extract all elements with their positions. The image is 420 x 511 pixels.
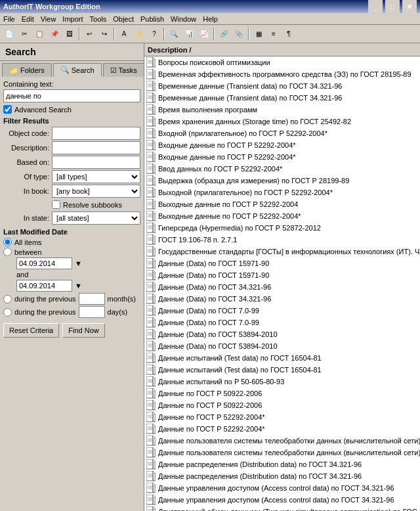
- result-row[interactable]: ГОСТ 19.106-78 п. 2.7.1: [144, 234, 420, 246]
- toolbar-btn17[interactable]: ≡: [266, 27, 281, 41]
- toolbar-btn9[interactable]: ⚡: [132, 27, 146, 41]
- copy-button[interactable]: 📋: [32, 27, 47, 41]
- result-row[interactable]: Выходной (прилагательное) по ГОСТ Р 5229…: [144, 187, 420, 198]
- between-date1-input[interactable]: [16, 257, 72, 269]
- result-row[interactable]: Выходные данные по ГОСТ Р 52292-2004*: [144, 210, 420, 222]
- based-on-input[interactable]: [52, 156, 140, 169]
- result-row[interactable]: Временные данные (Transient data) по ГОС…: [144, 92, 420, 104]
- of-type-select[interactable]: [all types]: [52, 170, 140, 183]
- result-row[interactable]: Входные данные по ГОСТ Р 52292-2004*: [144, 139, 420, 151]
- title-bar: AuthorIT Workgroup Edition _ □ ✕: [0, 0, 420, 13]
- result-row[interactable]: Выдержка (образца для измерения) по ГОСТ…: [144, 175, 420, 187]
- tab-search[interactable]: 🔍 Search: [53, 63, 102, 77]
- result-row[interactable]: Гиперсреда (Hypermedia) по ГОСТ Р 52872-…: [144, 222, 420, 234]
- svg-marker-50: [153, 152, 156, 154]
- menu-tools[interactable]: Tools: [90, 15, 107, 23]
- toolbar-btn12[interactable]: 📊: [182, 27, 196, 41]
- menu-edit[interactable]: Edit: [22, 15, 34, 23]
- toolbar-btn11[interactable]: 🔍: [167, 27, 181, 41]
- result-row[interactable]: Данные (Data) по ГОСТ 53894-2010: [144, 340, 420, 352]
- result-row[interactable]: Ввод данных по ГОСТ Р 52292-2004*: [144, 163, 420, 175]
- result-row[interactable]: Данные (Data) по ГОСТ 7.0-99: [144, 305, 420, 317]
- all-items-radio[interactable]: [3, 238, 12, 246]
- result-row[interactable]: Данные пользователя системы телеобработк…: [144, 435, 420, 447]
- between-date2-input[interactable]: [16, 280, 72, 292]
- result-text: Данные по ГОСТ Р 52292-2004*: [158, 413, 265, 421]
- in-book-select[interactable]: [any book]: [52, 185, 140, 198]
- tab-tasks[interactable]: ☑ Tasks: [103, 63, 144, 77]
- result-row[interactable]: Входной (прилагательное) по ГОСТ Р 52292…: [144, 127, 420, 139]
- toolbar-btn8[interactable]: A: [117, 27, 131, 41]
- result-row[interactable]: Данные испытаний (Test data) по ГОСТ 165…: [144, 352, 420, 364]
- result-row[interactable]: Время выполнения программ: [144, 104, 420, 116]
- during-days-radio[interactable]: [3, 308, 12, 317]
- result-row[interactable]: Входные данные по ГОСТ Р 52292-2004*: [144, 151, 420, 163]
- menu-help[interactable]: Help: [203, 15, 218, 23]
- resolve-subbooks-checkbox[interactable]: [52, 200, 60, 209]
- undo-button[interactable]: ↩: [82, 27, 96, 41]
- result-row[interactable]: Временная эффективность программного сре…: [144, 68, 420, 80]
- result-row[interactable]: Вопросы поисковой оптимизации: [144, 56, 420, 68]
- minimize-button[interactable]: _: [368, 0, 383, 14]
- result-row[interactable]: Данные (Data) по ГОСТ 53894-2010: [144, 328, 420, 340]
- during-months-radio[interactable]: [3, 295, 12, 303]
- containing-text-input[interactable]: [3, 89, 140, 102]
- toolbar-btn10[interactable]: ?: [147, 27, 161, 41]
- close-button[interactable]: ✕: [402, 0, 417, 14]
- result-row[interactable]: Данные пользователя системы телеобработк…: [144, 447, 420, 458]
- result-row[interactable]: Данные по ГОСТ Р 52292-2004*: [144, 423, 420, 435]
- result-row[interactable]: Двусторонний обмен данными (Two-way simu…: [144, 506, 420, 511]
- date-section: Last Modified Date All items between ▼ a…: [3, 228, 140, 318]
- between-radio[interactable]: [3, 248, 12, 256]
- result-row[interactable]: Данные по ГОСТ Р 50922-2006: [144, 399, 420, 411]
- advanced-search-checkbox[interactable]: [3, 105, 12, 114]
- tab-folders[interactable]: 📁 Folders: [2, 63, 52, 77]
- result-row[interactable]: Данные по ГОСТ Р 52292-2004*: [144, 411, 420, 423]
- result-row[interactable]: Данные (Data) по ГОСТ 34.321-96: [144, 293, 420, 305]
- result-row[interactable]: Данные испытаний по Р 50-605-80-93: [144, 376, 420, 388]
- toolbar-btn14[interactable]: 🔗: [217, 27, 231, 41]
- result-row[interactable]: Данные распределения (Distribution data)…: [144, 470, 420, 482]
- new-button[interactable]: 📄: [2, 27, 16, 41]
- toolbar-btn5[interactable]: 🖼: [62, 27, 77, 41]
- menu-window[interactable]: Window: [171, 15, 196, 23]
- result-row[interactable]: Данные (Data) по ГОСТ 34.321-96: [144, 281, 420, 293]
- result-row[interactable]: Данные (Data) по ГОСТ 15971-90: [144, 269, 420, 281]
- toolbar-btn15[interactable]: 📎: [232, 27, 246, 41]
- result-row[interactable]: Временные данные (Transient data) по ГОС…: [144, 80, 420, 92]
- months-number-input[interactable]: [79, 293, 105, 305]
- results-list[interactable]: Вопросы поисковой оптимизации Временная …: [144, 56, 420, 511]
- result-row[interactable]: Данные управления доступом (Access contr…: [144, 494, 420, 506]
- days-number-input[interactable]: [79, 306, 105, 318]
- result-row[interactable]: Выходные данные по ГОСТ Р 52292-2004: [144, 198, 420, 210]
- result-row[interactable]: Данные (Data) по ГОСТ 7.0-99: [144, 317, 420, 328]
- maximize-button[interactable]: □: [385, 0, 400, 14]
- paste-button[interactable]: 📌: [47, 27, 62, 41]
- toolbar-btn16[interactable]: ▦: [251, 27, 266, 41]
- menu-publish[interactable]: Publish: [140, 15, 164, 23]
- toolbar-btn18[interactable]: ¶: [282, 27, 296, 41]
- menu-object[interactable]: Object: [113, 15, 134, 23]
- result-row[interactable]: Время хранения данных (Storage time) по …: [144, 116, 420, 127]
- in-state-select[interactable]: [all states]: [52, 211, 140, 225]
- find-now-button[interactable]: Find Now: [62, 323, 104, 338]
- cut-button[interactable]: ✂: [17, 27, 32, 41]
- button-row: Reset Criteria Find Now: [3, 323, 140, 338]
- reset-criteria-button[interactable]: Reset Criteria: [3, 323, 59, 338]
- result-text: Выходной (прилагательное) по ГОСТ Р 5229…: [158, 189, 333, 196]
- object-code-input[interactable]: [52, 127, 140, 140]
- redo-button[interactable]: ↪: [97, 27, 112, 41]
- toolbar-btn13[interactable]: 📈: [197, 27, 211, 41]
- menu-view[interactable]: View: [41, 15, 56, 23]
- in-book-label: In book:: [3, 187, 49, 195]
- menu-file[interactable]: File: [3, 15, 15, 23]
- result-row[interactable]: Данные распределения (Distribution data)…: [144, 458, 420, 470]
- result-row[interactable]: Данные (Data) по ГОСТ 15971-90: [144, 257, 420, 269]
- menu-import[interactable]: Import: [62, 15, 83, 23]
- description-input[interactable]: [52, 141, 140, 154]
- result-row[interactable]: Данные испытаний (Test data) по ГОСТ 165…: [144, 364, 420, 376]
- doc-icon: [146, 412, 156, 422]
- result-row[interactable]: Данные по ГОСТ Р 50922-2006: [144, 388, 420, 399]
- result-row[interactable]: Государственные стандарты [ГОСТы] в инфо…: [144, 246, 420, 257]
- result-row[interactable]: Данные управления доступом (Access contr…: [144, 482, 420, 494]
